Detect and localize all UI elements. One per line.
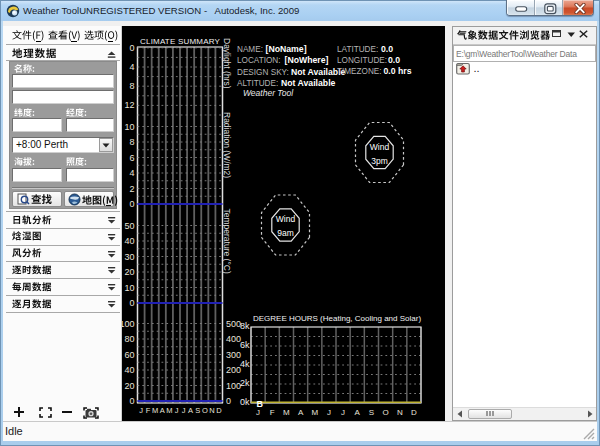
svg-text:J: J: [139, 406, 143, 415]
svg-text:N: N: [209, 406, 214, 415]
svg-text:[NoName]: [NoName]: [266, 44, 307, 54]
svg-text:300: 300: [226, 350, 241, 360]
svg-text:Radiation (W/m2): Radiation (W/m2): [222, 112, 232, 178]
svg-text:0.0: 0.0: [388, 55, 400, 65]
svg-text:12: 12: [124, 100, 134, 110]
svg-text:A: A: [160, 406, 165, 415]
svg-text:S: S: [195, 406, 200, 415]
svg-text:[NoWhere]: [NoWhere]: [285, 55, 329, 65]
svg-text:6: 6: [129, 153, 134, 163]
svg-text:60: 60: [124, 350, 134, 360]
svg-text:20: 20: [124, 381, 134, 391]
svg-text:J: J: [327, 408, 331, 417]
svg-text:Wind: Wind: [276, 214, 296, 224]
svg-text:8: 8: [129, 137, 134, 147]
svg-text:100: 100: [122, 319, 135, 329]
svg-text:J: J: [341, 408, 345, 417]
svg-text:20: 20: [124, 267, 134, 277]
svg-text:0: 0: [129, 396, 134, 406]
svg-text:10: 10: [124, 283, 134, 293]
svg-text:M: M: [152, 406, 158, 415]
svg-text:40: 40: [124, 236, 134, 246]
svg-text:O: O: [382, 408, 388, 417]
svg-text:80: 80: [124, 334, 134, 344]
svg-text:D: D: [411, 408, 417, 417]
svg-text:M: M: [166, 406, 172, 415]
svg-text:D: D: [216, 406, 222, 415]
svg-text:LOCATION:: LOCATION:: [237, 56, 281, 65]
svg-text:40: 40: [124, 365, 134, 375]
svg-text:50: 50: [124, 221, 134, 231]
svg-text:F: F: [146, 406, 151, 415]
svg-text:O: O: [202, 406, 208, 415]
svg-text:0: 0: [226, 396, 231, 406]
svg-text:Daylight (hrs): Daylight (hrs): [222, 38, 232, 89]
svg-text:0.0: 0.0: [381, 44, 393, 54]
svg-text:A: A: [298, 408, 304, 417]
svg-text:N: N: [397, 408, 403, 417]
svg-text:NAME:: NAME:: [237, 45, 263, 54]
svg-text:0k: 0k: [240, 397, 250, 407]
svg-text:9am: 9am: [277, 228, 294, 238]
svg-text:0.0 hrs: 0.0 hrs: [384, 66, 412, 76]
svg-text:S: S: [369, 408, 374, 417]
svg-text:J: J: [256, 408, 260, 417]
svg-text:J: J: [182, 406, 186, 415]
svg-text:LATITUDE:: LATITUDE:: [337, 45, 378, 54]
svg-text:4: 4: [129, 62, 134, 72]
svg-text:M: M: [311, 408, 318, 417]
svg-text:8: 8: [129, 81, 134, 91]
svg-text:J: J: [175, 406, 179, 415]
svg-text:500: 500: [226, 319, 241, 329]
svg-text:2k: 2k: [240, 378, 250, 388]
svg-text:100: 100: [226, 381, 241, 391]
svg-text:M: M: [283, 408, 290, 417]
svg-text:DEGREE HOURS (Heating, Cooling: DEGREE HOURS (Heating, Cooling and Solar…: [253, 314, 421, 323]
svg-text:Wind: Wind: [370, 142, 390, 152]
svg-text:Not Available: Not Available: [281, 78, 336, 88]
svg-text:10: 10: [124, 122, 134, 132]
svg-text:4k: 4k: [240, 359, 250, 369]
svg-text:LONGITUDE:: LONGITUDE:: [337, 56, 387, 65]
svg-text:2: 2: [129, 184, 134, 194]
svg-text:6k: 6k: [240, 340, 250, 350]
svg-text:Temperature (°C): Temperature (°C): [222, 209, 232, 274]
svg-text:A: A: [355, 408, 361, 417]
svg-text:CLIMATE SUMMARY: CLIMATE SUMMARY: [140, 37, 221, 46]
svg-text:0: 0: [129, 43, 134, 53]
svg-text:200: 200: [226, 365, 241, 375]
svg-text:A: A: [188, 406, 193, 415]
svg-text:F: F: [270, 408, 275, 417]
svg-text:0: 0: [129, 199, 134, 209]
svg-text:3pm: 3pm: [371, 156, 388, 166]
svg-text:30: 30: [124, 252, 134, 262]
svg-text:DESIGN SKY:: DESIGN SKY:: [237, 68, 289, 77]
svg-text:8k: 8k: [240, 321, 250, 331]
svg-text:4: 4: [129, 168, 134, 178]
svg-text:400: 400: [226, 334, 241, 344]
svg-text:ALTITUDE:: ALTITUDE:: [237, 79, 278, 88]
svg-text:0: 0: [129, 298, 134, 308]
svg-text:TIMEZONE:: TIMEZONE:: [337, 67, 382, 76]
svg-text:Weather Tool: Weather Tool: [243, 88, 294, 98]
